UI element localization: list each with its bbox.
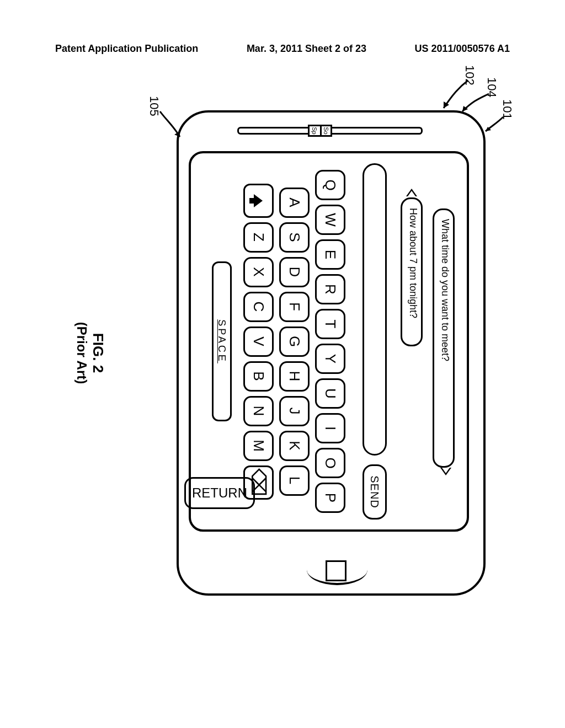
keyboard-row-4: SPACE RETURN [206,159,238,524]
key-b[interactable]: B [243,361,274,392]
figure-prior-art: (Prior Art) [74,322,89,384]
message-sent-text: How about 7 pm tonight? [408,208,419,318]
home-button[interactable] [326,560,347,581]
message-sent-bubble: How about 7 pm tonight? [401,197,423,346]
slider-handle-bottom[interactable]: Sp [308,125,320,137]
key-f[interactable]: F [279,292,310,322]
key-j[interactable]: J [279,396,310,426]
touchscreen[interactable]: What time do you want to meet? How about… [189,151,469,532]
bubble-tail-left-icon [406,189,417,196]
leader-101 [481,115,505,137]
key-t[interactable]: T [315,309,345,339]
publication-type: Patent Application Publication [55,43,198,55]
shift-arrow-icon [254,194,263,207]
figure-caption: FIG. 2 (Prior Art) [74,322,106,384]
key-w[interactable]: W [315,205,345,235]
key-u[interactable]: U [315,378,345,409]
key-a[interactable]: A [279,188,310,218]
key-i[interactable]: I [315,413,345,443]
device-outline: So Sp What time do you want to meet? How… [177,110,486,596]
send-button[interactable]: SEND [363,464,387,520]
key-l[interactable]: L [279,465,310,496]
figure-number: FIG. 2 [89,322,106,384]
key-g[interactable]: G [279,326,310,357]
key-e[interactable]: E [315,239,345,270]
slider-handle-top[interactable]: So [320,125,332,137]
keyboard-row-3: Z X C V B N M ⌫ [243,159,274,524]
keyboard: Q W E R T Y U I O P A [198,159,345,524]
key-z[interactable]: Z [243,222,274,253]
key-space[interactable]: SPACE [212,261,232,421]
key-return[interactable]: RETURN [184,477,255,509]
key-p[interactable]: P [315,483,345,513]
message-received-bubble: What time do you want to meet? [433,208,455,468]
key-v[interactable]: V [243,326,274,357]
key-m[interactable]: M [243,431,274,461]
key-q[interactable]: Q [315,170,345,200]
publication-number: US 2011/0050576 A1 [415,43,510,55]
key-d[interactable]: D [279,257,310,287]
key-n[interactable]: N [243,396,274,426]
key-s[interactable]: S [279,222,310,253]
bubble-tail-right-icon [440,468,451,475]
date-sheet: Mar. 3, 2011 Sheet 2 of 23 [247,43,366,55]
figure-stage: 101 104 102 105 [77,77,502,629]
leader-102 [436,79,469,113]
key-r[interactable]: R [315,274,345,304]
key-h[interactable]: H [279,361,310,392]
key-shift[interactable] [243,184,274,218]
message-received-text: What time do you want to meet? [440,219,451,361]
key-x[interactable]: X [243,257,274,287]
keyboard-row-2: A S D F G H J K L [279,159,310,524]
key-c[interactable]: C [243,292,274,322]
key-y[interactable]: Y [315,344,345,374]
compose-input[interactable] [363,163,387,456]
key-o[interactable]: O [315,448,345,478]
page-header: Patent Application Publication Mar. 3, 2… [0,43,565,55]
rotated-drawing: 101 104 102 105 [77,77,502,629]
patent-page: Patent Application Publication Mar. 3, 2… [0,0,565,728]
keyboard-row-1: Q W E R T Y U I O P [315,159,345,524]
key-k[interactable]: K [279,431,310,461]
